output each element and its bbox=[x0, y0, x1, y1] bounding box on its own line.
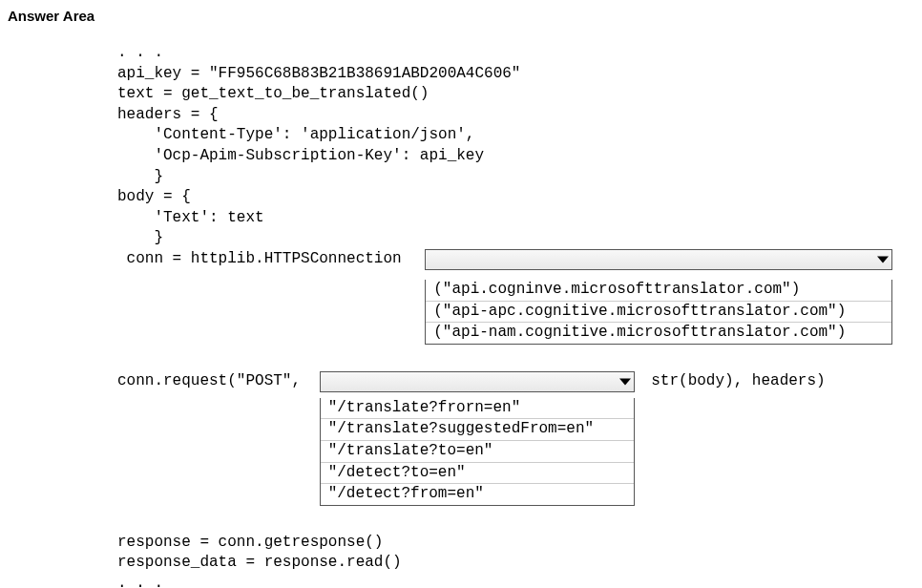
code-segment-request-post: str(body), headers) bbox=[642, 371, 826, 392]
dropdown-path-option[interactable]: "/translate?suggestedFrom=en" bbox=[321, 419, 634, 441]
dropdown-host-options: ("api.cogninve.microsofttranslator.com")… bbox=[425, 280, 892, 345]
code-block-1: . . .api_key = "FF956C68B83B21B38691ABD2… bbox=[117, 43, 914, 249]
page-title: Answer Area bbox=[8, 8, 914, 24]
dropdown-path-option[interactable]: "/translate?to=en" bbox=[321, 441, 634, 463]
code-line: } bbox=[117, 228, 914, 249]
code-line: headers = { bbox=[117, 105, 914, 126]
code-line: . . . bbox=[117, 574, 914, 588]
code-line: . . . bbox=[117, 43, 914, 64]
dropdown-path-option[interactable]: "/translate?frorn=en" bbox=[321, 398, 634, 420]
row-conn-assign: conn = httplib.HTTPSConnection ("api.cog… bbox=[117, 249, 914, 345]
dropdown-path-options: "/translate?frorn=en" "/translate?sugges… bbox=[320, 398, 635, 506]
code-line: response = conn.getresponse() bbox=[117, 533, 914, 554]
code-segment-request-pre: conn.request("POST", bbox=[117, 371, 310, 392]
dropdown-path-header[interactable] bbox=[320, 371, 635, 392]
dropdown-host-option[interactable]: ("api-apc.cognitive.microsofttranslator.… bbox=[426, 302, 891, 324]
dropdown-host-option[interactable]: ("api-nam.cognitive.microsofttranslator.… bbox=[426, 323, 891, 344]
dropdown-host-header[interactable] bbox=[425, 249, 892, 270]
code-line: 'Text': text bbox=[117, 208, 914, 229]
chevron-down-icon bbox=[877, 256, 889, 262]
code-line: } bbox=[117, 167, 914, 188]
dropdown-host: ("api.cogninve.microsofttranslator.com")… bbox=[425, 249, 892, 345]
dropdown-host-option[interactable]: ("api.cogninve.microsofttranslator.com") bbox=[426, 280, 891, 302]
row-conn-request: conn.request("POST", "/translate?frorn=e… bbox=[117, 371, 914, 506]
code-line: text = get_text_to_be_translated() bbox=[117, 84, 914, 105]
dropdown-path: "/translate?frorn=en" "/translate?sugges… bbox=[320, 371, 635, 506]
code-block-2: response = conn.getresponse()response_da… bbox=[117, 533, 914, 588]
dropdown-path-option[interactable]: "/detect?to=en" bbox=[321, 463, 634, 485]
code-line: api_key = "FF956C68B83B21B38691ABD200A4C… bbox=[117, 64, 914, 85]
code-line: 'Ocp-Apim-Subscription-Key': api_key bbox=[117, 146, 914, 167]
dropdown-path-option[interactable]: "/detect?from=en" bbox=[321, 484, 634, 505]
code-line: 'Content-Type': 'application/json', bbox=[117, 125, 914, 146]
code-line: body = { bbox=[117, 187, 914, 208]
code-line: response_data = response.read() bbox=[117, 553, 914, 574]
code-segment-conn: conn = httplib.HTTPSConnection bbox=[117, 249, 410, 270]
chevron-down-icon bbox=[619, 378, 631, 385]
